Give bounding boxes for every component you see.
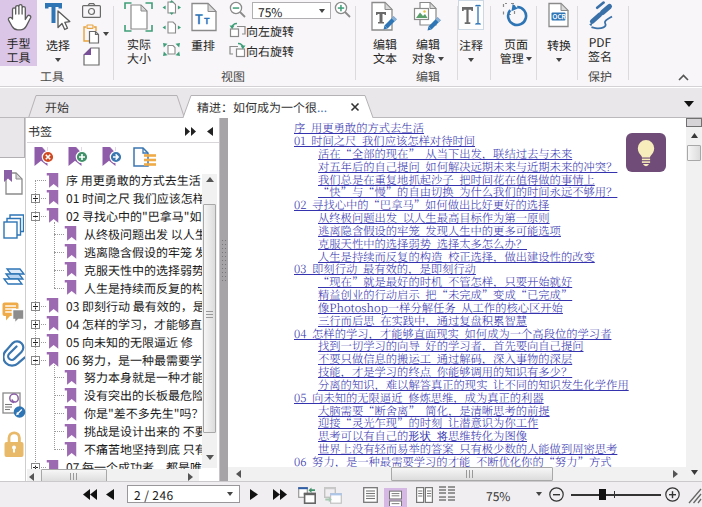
svg-text:T: T: [195, 9, 203, 28]
svg-text:т: т: [204, 11, 210, 27]
svg-text:OCR: OCR: [553, 11, 567, 21]
